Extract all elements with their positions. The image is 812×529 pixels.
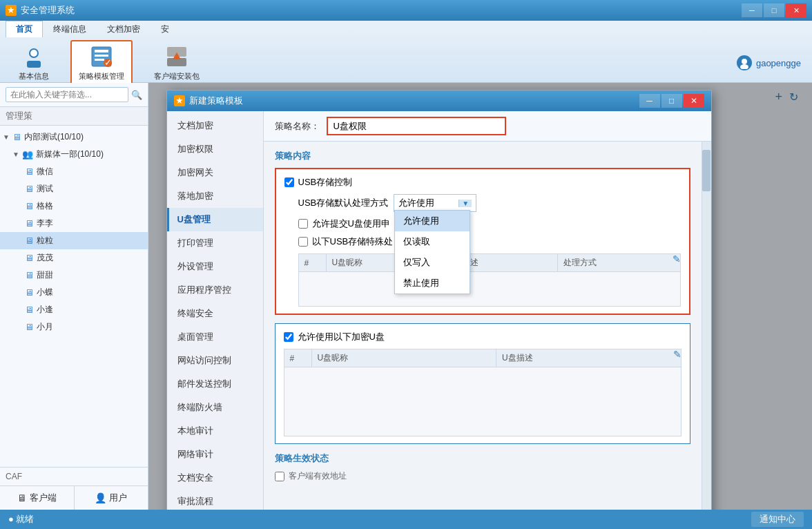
usb-control-checkbox[interactable]: [284, 177, 294, 187]
enc-usb-checkbox[interactable]: [284, 332, 293, 342]
search-icon: 🔍: [131, 90, 142, 100]
nav-local-encrypt[interactable]: 落地加密: [167, 184, 263, 208]
ribbon-btn-client-install[interactable]: 客户端安装包: [146, 41, 207, 85]
user-tab-btn[interactable]: 👤 用户: [75, 486, 148, 510]
nav-firewall[interactable]: 终端防火墙: [167, 396, 263, 419]
tree-label-11: 小月: [37, 321, 53, 333]
svg-text:★: ★: [175, 96, 184, 106]
tree-label-8: 甜甜: [37, 269, 53, 281]
user-avatar: [737, 55, 752, 70]
svg-rect-6: [95, 50, 108, 52]
modal-nav: 文档加密 加密权限 加密网关 落地加密 U盘管理 打印管理 外设管理 应用程序管…: [167, 111, 264, 510]
tree-item-2[interactable]: 🖥 微信: [0, 163, 148, 180]
user-tab-icon: 👤: [95, 492, 106, 503]
table-edit-icon[interactable]: ✎: [673, 253, 681, 264]
close-button[interactable]: ✕: [786, 3, 806, 17]
tree-item-5[interactable]: 🖥 李李: [0, 215, 148, 232]
client-icon: 🖥: [17, 492, 27, 503]
app-window: ★ 安全管理系统 ─ □ ✕ 首页 终端信息 文档加密 安: [0, 0, 812, 529]
nav-encrypt-gw[interactable]: 加密网关: [167, 161, 263, 184]
nav-terminal-sec[interactable]: 终端安全: [167, 302, 263, 325]
modal-scrollbar[interactable]: [702, 142, 711, 510]
sidebar-footer: 🖥 客户端 👤 用户: [0, 485, 148, 510]
policy-name-input[interactable]: [327, 117, 506, 135]
nav-approval[interactable]: 审批流程: [167, 490, 263, 510]
nav-web-control[interactable]: 网站访问控制: [167, 349, 263, 372]
title-bar-controls: ─ □ ✕: [742, 3, 806, 17]
nav-email-control[interactable]: 邮件发送控制: [167, 372, 263, 396]
tree-item-4[interactable]: 🖥 格格: [0, 198, 148, 215]
dropdown-option-readonly[interactable]: 仅读取: [395, 231, 470, 252]
tree-item-3[interactable]: 🖥 测试: [0, 180, 148, 198]
tree-item-group1[interactable]: ▼ 👥 新媒体一部(10/10): [0, 146, 148, 163]
monitor-icon-3: 🖥: [25, 184, 34, 194]
usb-mode-select[interactable]: 允许使用 ▼ 允许使用 仅读取 仅写入 禁止: [394, 194, 476, 212]
tree-item-9[interactable]: 🖥 小蝶: [0, 284, 148, 301]
basic-info-icon: [21, 44, 46, 69]
user-tab-label: 用户: [109, 492, 127, 504]
monitor-icon-9: 🖥: [25, 287, 34, 298]
nav-doc-encrypt[interactable]: 文档加密: [167, 114, 263, 137]
modal-maximize-btn[interactable]: □: [661, 94, 682, 108]
monitor-icon-4: 🖥: [25, 201, 34, 211]
modal-controls: ─ □ ✕: [639, 94, 704, 108]
tab-doc-encrypt[interactable]: 文档加密: [97, 21, 151, 37]
enc-col-nickname: U盘昵称: [311, 349, 496, 367]
col-mode: 处理方式: [558, 254, 680, 272]
nav-doc-sec[interactable]: 文档安全: [167, 466, 263, 490]
tab-home[interactable]: 首页: [6, 21, 43, 37]
enc-usb-section: 允许使用以下加密U盘 ✎ #: [275, 323, 690, 444]
modal-close-btn[interactable]: ✕: [684, 94, 704, 108]
modal-body: 文档加密 加密权限 加密网关 落地加密 U盘管理 打印管理 外设管理 应用程序管…: [167, 111, 711, 510]
tree-label-3: 测试: [37, 183, 53, 195]
tree-toggle-root: ▼: [3, 133, 10, 141]
nav-desktop-mgmt[interactable]: 桌面管理: [167, 325, 263, 349]
tab-extra[interactable]: 安: [151, 21, 180, 37]
ribbon-btn-basic-info[interactable]: 基本信息: [11, 41, 57, 85]
usb-special-checkbox[interactable]: [298, 237, 308, 247]
nav-local-audit[interactable]: 本地审计: [167, 419, 263, 443]
tree-item-8[interactable]: 🖥 甜甜: [0, 267, 148, 284]
maximize-button[interactable]: □: [764, 3, 784, 17]
tree-item-root[interactable]: ▼ 🖥 内部测试(10/10): [0, 128, 148, 146]
tree-area: ▼ 🖥 内部测试(10/10) ▼ 👥 新媒体一部(10/10) 🖥 微信 🖥 …: [0, 126, 148, 467]
dropdown-option-writeonly[interactable]: 仅写入: [395, 252, 470, 273]
folder-icon-group1: 👥: [22, 149, 33, 160]
sidebar: 🔍 管理策 ▼ 🖥 内部测试(10/10) ▼ 👥 新媒体一部(10/10): [0, 83, 148, 510]
ribbon-btn-policy-mgmt[interactable]: ✓ 策略模板管理: [70, 40, 133, 86]
tree-item-7[interactable]: 🖥 茂茂: [0, 249, 148, 267]
tree-toggle-group1: ▼: [12, 151, 19, 158]
tree-item-11[interactable]: 🖥 小月: [0, 318, 148, 336]
tree-item-6[interactable]: 🖥 粒粒: [0, 232, 148, 249]
nav-encrypt-perm[interactable]: 加密权限: [167, 137, 263, 161]
enc-table-wrapper: ✎ # U盘昵称 U盘描述: [284, 349, 682, 436]
policy-status-row: 客户端有效地址: [275, 470, 690, 482]
tree-item-10[interactable]: 🖥 小逢: [0, 301, 148, 318]
nav-net-audit[interactable]: 网络审计: [167, 443, 263, 466]
dropdown-option-allow[interactable]: 允许使用: [395, 211, 470, 231]
search-input[interactable]: [6, 87, 128, 102]
status-text: ● 就绪: [8, 513, 34, 526]
nav-print-mgmt[interactable]: 打印管理: [167, 231, 263, 255]
minimize-button[interactable]: ─: [742, 3, 762, 17]
tab-terminal-info[interactable]: 终端信息: [43, 21, 97, 37]
monitor-icon-2: 🖥: [25, 166, 34, 177]
modal-titlebar: ★ 新建策略模板 ─ □ ✕: [167, 90, 711, 111]
policy-status-section: 策略生效状态 客户端有效地址: [275, 452, 690, 482]
user-info-area: gaopengge: [737, 55, 801, 70]
client-label: 客户端: [30, 492, 57, 504]
client-tab-btn[interactable]: 🖥 客户端: [0, 486, 75, 510]
usb-submit-checkbox[interactable]: [298, 219, 308, 229]
nav-app-control[interactable]: 应用程序管控: [167, 278, 263, 302]
scrollbar-thumb[interactable]: [702, 150, 710, 191]
form-content: 策略内容 USB存储控制: [264, 142, 702, 510]
modal-minimize-btn[interactable]: ─: [639, 94, 660, 108]
title-bar: ★ 安全管理系统 ─ □ ✕: [0, 0, 812, 21]
enc-col-hash: #: [284, 349, 311, 367]
nav-usb-mgmt[interactable]: U盘管理: [167, 208, 263, 231]
nav-peripheral[interactable]: 外设管理: [167, 255, 263, 278]
dropdown-option-deny[interactable]: 禁止使用: [395, 273, 470, 294]
policy-status-checkbox[interactable]: [275, 472, 284, 481]
notification-center[interactable]: 通知中心: [751, 512, 804, 527]
enc-edit-icon[interactable]: ✎: [673, 349, 682, 360]
